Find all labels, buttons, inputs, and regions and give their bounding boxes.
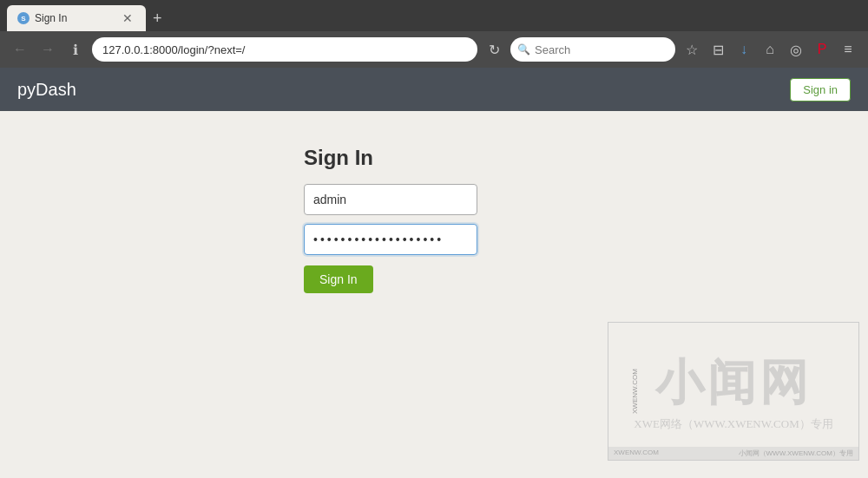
app-header: pyDash Sign in — [0, 68, 868, 111]
login-form: Sign In — [304, 184, 564, 293]
download-icon[interactable]: ↓ — [733, 38, 755, 61]
tab-close-button[interactable]: ✕ — [120, 11, 135, 25]
browser-chrome: S Sign In ✕ + ← → ℹ ↻ 🔍 ☆ ⊟ ↓ ⌂ ◎ P ≡ — [0, 0, 868, 68]
pinterest-icon[interactable]: P — [811, 38, 833, 61]
app-logo: pyDash — [17, 80, 76, 100]
watermark-side-text: XWENW.COM — [631, 369, 639, 414]
watermark-bottom-bar: XWENW.COM 小闻网（WWW.XWENW.COM）专用 — [608, 447, 858, 458]
sign-in-submit-button[interactable]: Sign In — [304, 265, 373, 293]
tab-title: Sign In — [35, 12, 115, 24]
watermark-overlay: XWENW.COM 小闻网 XWE网络（WWW.XWENW.COM）专用 XWE… — [608, 322, 859, 458]
forward-button[interactable]: → — [36, 38, 59, 61]
bookmark-icon[interactable]: ☆ — [681, 38, 703, 61]
tab-favicon: S — [17, 12, 30, 24]
pocket-icon[interactable]: ◎ — [785, 38, 807, 61]
home-icon[interactable]: ⌂ — [759, 38, 781, 61]
search-icon: 🔍 — [517, 43, 530, 56]
active-tab[interactable]: S Sign In ✕ — [7, 5, 146, 31]
reader-icon[interactable]: ⊟ — [707, 38, 729, 61]
header-sign-in-button[interactable]: Sign in — [790, 78, 851, 101]
login-title: Sign In — [304, 146, 373, 170]
url-input[interactable] — [92, 37, 477, 62]
search-wrapper: 🔍 — [510, 37, 675, 62]
watermark-sub-text: XWE网络（WWW.XWENW.COM）专用 — [634, 416, 832, 432]
info-button[interactable]: ℹ — [64, 38, 87, 61]
back-button[interactable]: ← — [9, 38, 31, 61]
login-box: Sign In Sign In — [304, 146, 564, 458]
address-bar: ← → ℹ ↻ 🔍 ☆ ⊟ ↓ ⌂ ◎ P ≡ — [0, 31, 868, 68]
refresh-button[interactable]: ↻ — [483, 38, 505, 61]
password-input[interactable] — [304, 224, 477, 255]
watermark-bottom-left: XWENW.COM — [614, 449, 659, 458]
new-tab-button[interactable]: + — [146, 8, 169, 29]
watermark-bottom-right: 小闻网（WWW.XWENW.COM）专用 — [739, 449, 853, 458]
tab-bar: S Sign In ✕ + — [0, 0, 868, 31]
toolbar-icons: ☆ ⊟ ↓ ⌂ ◎ P ≡ — [681, 38, 859, 61]
menu-icon[interactable]: ≡ — [837, 38, 859, 61]
watermark-main-text: 小闻网 — [655, 350, 812, 416]
username-input[interactable] — [304, 184, 477, 215]
search-input[interactable] — [510, 37, 675, 62]
